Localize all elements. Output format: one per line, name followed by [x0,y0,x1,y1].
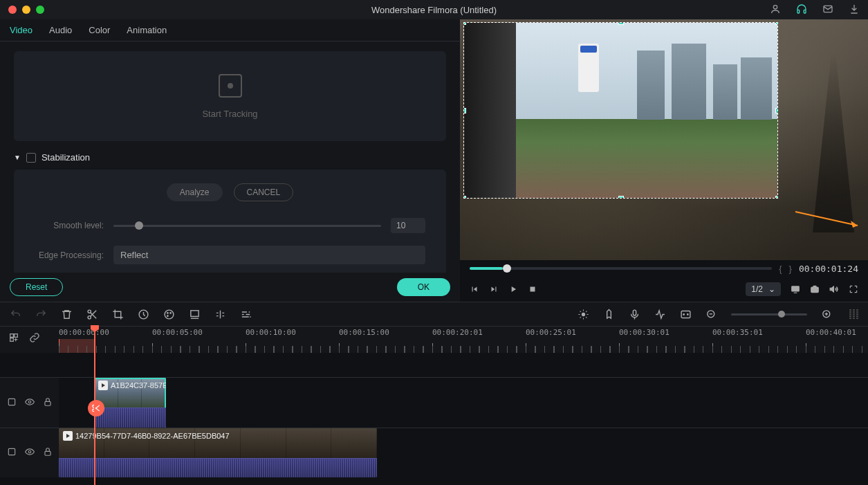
playhead[interactable] [94,327,95,485]
zoom-in-icon[interactable] [821,309,833,320]
resize-handle-br[interactable] [775,196,778,199]
track-lane[interactable]: 14279B54-77D7-46B0-8922-AE67BE5DB047 [59,428,868,477]
voiceover-icon[interactable] [629,309,640,320]
add-track-icon[interactable] [8,332,19,347]
close-window[interactable] [8,6,17,14]
minimize-window[interactable] [22,6,30,14]
preview-viewport[interactable] [460,19,868,260]
mail-icon[interactable] [822,3,833,17]
preview-scrubber-row: { } 00:00:01:24 [460,260,868,277]
analyze-button[interactable]: Analyze [167,183,223,201]
maximize-window[interactable] [36,6,44,14]
clip-2[interactable]: 14279B54-77D7-46B0-8922-AE67BE5DB047 [59,428,377,477]
play-button[interactable] [508,284,518,294]
timeline-ruler[interactable]: 00:00:00:0000:00:05:0000:00:10:0000:00:1… [59,327,868,353]
stabilization-header[interactable]: ▼ Stabilization [14,152,446,163]
resize-handle-tm[interactable] [618,22,624,25]
film-icon[interactable] [7,447,17,459]
svg-point-34 [28,450,31,453]
audio-mixer-icon[interactable] [654,309,666,320]
account-icon[interactable] [770,3,781,17]
timeline-zoom-slider[interactable] [731,313,807,315]
svg-point-21 [683,313,684,314]
delete-icon[interactable] [61,309,73,320]
resize-handle-bl[interactable] [463,196,466,199]
audio-meters-icon[interactable] [849,309,858,319]
cancel-button[interactable]: CANCEL [234,183,294,201]
ruler-label: 00:00:25:01 [526,328,576,337]
resize-handle-tl[interactable] [463,22,466,25]
film-icon[interactable] [7,397,17,409]
headphones-icon[interactable] [796,3,807,17]
resize-handle-bm[interactable] [618,196,624,199]
tab-animation[interactable]: Animation [127,25,167,35]
resize-handle-ml[interactable] [463,108,466,113]
volume-icon[interactable] [829,284,839,294]
redo-icon[interactable] [35,309,47,320]
mark-in-button[interactable]: { [779,264,782,274]
track-controls [0,428,59,477]
cut-indicator-icon[interactable] [88,400,104,417]
resize-handle-mr[interactable] [775,108,778,113]
visibility-icon[interactable] [25,397,35,409]
visibility-icon[interactable] [25,447,35,459]
detach-audio-icon[interactable] [214,309,226,320]
display-toggle-icon[interactable] [791,284,800,294]
split-icon[interactable] [86,309,98,320]
start-tracking-button[interactable]: Start Tracking [202,109,257,119]
settings-icon[interactable] [240,309,252,320]
svg-point-9 [813,289,816,291]
svg-point-0 [773,5,777,8]
svg-rect-19 [633,310,636,315]
render-icon[interactable] [578,309,589,320]
properties-panel: Video Audio Color Animation Start Tracki… [0,19,460,302]
track-lane[interactable]: A1B24C37-857E [59,378,868,428]
preview-quality-select[interactable]: 1/2⌄ [746,282,781,296]
crop-icon[interactable] [112,309,124,320]
smooth-level-value[interactable]: 10 [391,218,425,233]
stop-button[interactable] [528,284,537,294]
zoom-out-icon[interactable] [705,309,717,320]
keyframe-icon[interactable] [680,309,692,320]
next-frame-button[interactable] [489,284,499,294]
ruler-label: 00:00:10:00 [246,328,296,337]
snapshot-icon[interactable] [810,284,820,294]
preview-timecode: 00:00:01:24 [799,264,858,274]
edge-processing-select[interactable]: Reflect [113,246,425,264]
clip-1[interactable]: A1B24C37-857E [94,378,166,428]
video-track-2: 14279B54-77D7-46B0-8922-AE67BE5DB047 [0,428,868,477]
svg-rect-28 [8,399,15,405]
reset-button[interactable]: Reset [10,278,63,296]
prev-frame-button[interactable] [470,284,479,294]
lock-icon[interactable] [43,397,53,409]
download-icon[interactable] [849,3,860,17]
link-icon[interactable] [29,332,40,347]
color-icon[interactable] [163,309,175,320]
mark-out-button[interactable]: } [789,264,792,274]
zoom-thumb[interactable] [778,311,785,318]
selection-frame[interactable] [463,22,778,199]
speed-icon[interactable] [138,309,149,320]
stabilization-checkbox[interactable] [26,153,36,163]
track-controls [0,378,59,428]
ruler-label: 00:00:35:01 [712,328,763,337]
fullscreen-icon[interactable] [849,284,858,294]
preview-scrubber[interactable] [470,267,772,270]
app-title: Wondershare Filmora (Untitled) [371,5,497,15]
ok-button[interactable]: OK [397,278,450,296]
tab-color[interactable]: Color [89,25,110,35]
undo-icon[interactable] [10,309,21,320]
svg-point-16 [167,315,168,315]
marker-icon[interactable] [603,309,615,320]
scrubber-thumb[interactable] [503,264,511,273]
timeline-toolbar [0,302,868,327]
resize-handle-tr[interactable] [775,22,778,25]
tab-audio[interactable]: Audio [49,25,72,35]
lock-icon[interactable] [43,447,53,459]
smooth-level-slider[interactable] [113,225,381,227]
svg-point-14 [167,312,168,313]
green-screen-icon[interactable] [189,309,201,320]
slider-thumb[interactable] [135,221,143,230]
svg-rect-2 [804,10,806,13]
tab-video[interactable]: Video [10,25,33,35]
